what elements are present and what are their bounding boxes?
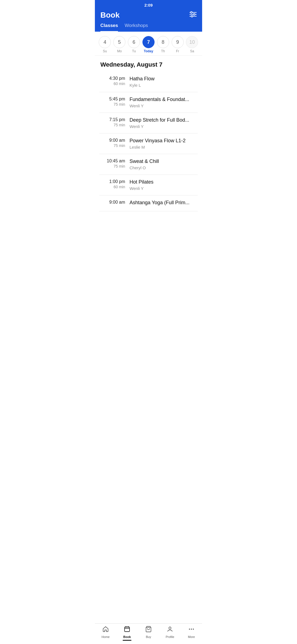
date-item-mon[interactable]: 5 Mo (113, 36, 125, 53)
date-item-sun[interactable]: 4 Su (99, 36, 111, 53)
class-item-3[interactable]: 9:00 am 75 min Power Vinyasa Flow L1-2 L… (99, 133, 198, 154)
nav-buy-label: Buy (146, 635, 151, 638)
date-item-thu[interactable]: 8 Th (157, 36, 169, 53)
class-item-2[interactable]: 7:15 pm 75 min Deep Stretch for Full Bod… (99, 113, 198, 133)
day-label-fri: Fr (176, 49, 179, 53)
tab-workshops[interactable]: Workshops (125, 23, 148, 32)
class-time-4: 10:45 am 75 min (100, 159, 125, 168)
tabs-container: Classes Workshops (95, 20, 202, 32)
day-heading: Wednesday, August 7 (95, 56, 202, 72)
date-circle-4: 4 (99, 36, 111, 48)
day-label-mon: Mo (117, 49, 122, 53)
class-item-4[interactable]: 10:45 am 75 min Sweat & Chill Cheryl O (99, 154, 198, 175)
class-item-1[interactable]: 5:45 pm 75 min Fundamentals & Foundat...… (99, 92, 198, 113)
filter-icon[interactable] (189, 11, 197, 19)
nav-profile-label: Profile (166, 635, 174, 638)
date-item-fri[interactable]: 9 Fr (172, 36, 184, 53)
date-circle-7: 7 (142, 36, 155, 48)
day-label-tue: Tu (132, 49, 136, 53)
class-info-2: Deep Stretch for Full Bod... Wenli Y (130, 117, 197, 129)
class-time-1: 5:45 pm 75 min (100, 97, 125, 107)
class-time-0: 4:30 pm 60 min (100, 76, 125, 86)
profile-icon (167, 626, 173, 634)
main-content: 4 Su 5 Mo 6 Tu 7 Today 8 Th (95, 32, 202, 233)
class-item-6[interactable]: 9:00 am Ashtanga Yoga (Full Prim... (99, 195, 198, 211)
status-time: 2:09 (144, 3, 153, 7)
book-icon (124, 626, 130, 634)
date-circle-9: 9 (172, 36, 184, 48)
day-label-today: Today (144, 49, 153, 53)
day-label-thu: Th (161, 49, 165, 53)
class-info-1: Fundamentals & Foundat... Wenli Y (130, 97, 197, 108)
svg-point-12 (189, 629, 190, 630)
nav-more-label: More (188, 635, 195, 638)
page-title: Book (100, 11, 120, 20)
nav-home[interactable]: Home (97, 626, 114, 638)
date-circle-8: 8 (157, 36, 169, 48)
class-time-2: 7:15 pm 75 min (100, 117, 125, 127)
nav-active-indicator (123, 640, 131, 641)
buy-icon (145, 626, 152, 634)
tab-classes[interactable]: Classes (100, 23, 118, 32)
date-item-sat[interactable]: 10 Sa (186, 36, 198, 53)
svg-point-13 (191, 629, 192, 630)
svg-point-11 (169, 627, 171, 629)
more-icon (188, 626, 195, 634)
class-info-6: Ashtanga Yoga (Full Prim... (130, 200, 197, 207)
home-icon (102, 626, 109, 634)
class-info-5: Hot Pilates Wenli Y (130, 179, 197, 191)
bottom-nav: Home Book Buy (95, 623, 202, 644)
class-info-4: Sweat & Chill Cheryl O (130, 159, 197, 170)
date-circle-10: 10 (186, 36, 198, 48)
date-circle-6: 6 (128, 36, 140, 48)
date-circle-5: 5 (113, 36, 125, 48)
date-item-today[interactable]: 7 Today (142, 36, 155, 53)
class-list: 4:30 pm 60 min Hatha Flow Kyle L 5:45 pm… (95, 72, 202, 211)
date-selector: 4 Su 5 Mo 6 Tu 7 Today 8 Th (95, 32, 202, 56)
nav-more[interactable]: More (183, 626, 200, 638)
class-info-0: Hatha Flow Kyle L (130, 76, 197, 88)
class-item-0[interactable]: 4:30 pm 60 min Hatha Flow Kyle L (99, 72, 198, 92)
svg-point-14 (193, 629, 194, 630)
class-time-5: 1:00 pm 60 min (100, 179, 125, 189)
date-item-tue[interactable]: 6 Tu (128, 36, 140, 53)
class-time-3: 9:00 am 75 min (100, 138, 125, 148)
class-time-6: 9:00 am (100, 200, 125, 205)
nav-home-label: Home (101, 635, 109, 638)
svg-point-5 (191, 15, 193, 17)
day-label-sat: Sa (190, 49, 194, 53)
nav-buy[interactable]: Buy (140, 626, 157, 638)
class-info-3: Power Vinyasa Flow L1-2 Leslie M (130, 138, 197, 149)
class-item-5[interactable]: 1:00 pm 60 min Hot Pilates Wenli Y (99, 175, 198, 195)
svg-point-4 (193, 13, 195, 15)
svg-rect-6 (125, 627, 130, 632)
nav-book[interactable]: Book (119, 626, 135, 638)
nav-book-label: Book (123, 635, 131, 638)
header: Book (95, 9, 202, 20)
svg-point-3 (191, 12, 192, 13)
status-bar: 2:09 (95, 0, 202, 9)
nav-profile[interactable]: Profile (162, 626, 178, 638)
day-label-sun: Su (103, 49, 107, 53)
